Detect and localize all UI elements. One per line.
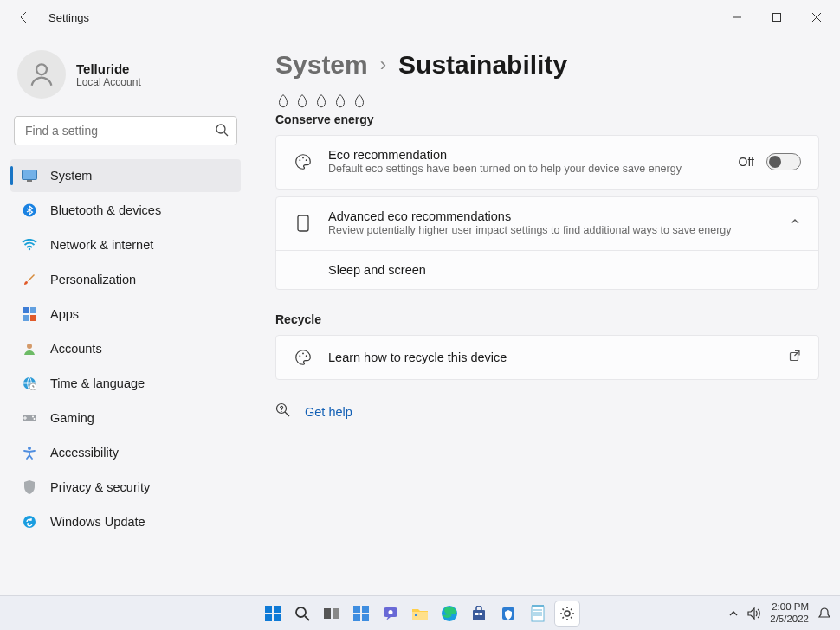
svg-rect-45 xyxy=(412,612,428,620)
eco-rec-toggle[interactable] xyxy=(766,153,801,170)
minimize-button[interactable] xyxy=(717,3,757,31)
svg-point-57 xyxy=(565,611,570,616)
nav-item-bluetooth[interactable]: Bluetooth & devices xyxy=(10,194,241,227)
svg-rect-56 xyxy=(532,605,544,608)
nav-label: Windows Update xyxy=(50,515,145,529)
nav-label: Gaming xyxy=(50,411,94,425)
nav-item-privacy[interactable]: Privacy & security xyxy=(10,471,241,504)
back-button[interactable] xyxy=(10,3,38,31)
chat-button[interactable] xyxy=(378,601,403,626)
widgets-button[interactable] xyxy=(349,601,373,626)
get-help-link[interactable]: Get help xyxy=(305,405,352,419)
svg-rect-10 xyxy=(30,307,36,313)
svg-point-2 xyxy=(36,64,47,74)
sleep-and-screen-row[interactable]: Sleep and screen xyxy=(276,251,818,289)
nav-item-apps[interactable]: Apps xyxy=(10,298,241,331)
nav-label: Time & language xyxy=(50,376,145,390)
nav-item-time[interactable]: Time & language xyxy=(10,367,241,400)
svg-point-27 xyxy=(306,355,307,357)
svg-rect-12 xyxy=(30,315,36,321)
search-icon xyxy=(215,123,229,140)
breadcrumb: System › Sustainability xyxy=(275,50,819,80)
nav-item-accessibility[interactable]: Accessibility xyxy=(10,436,241,469)
search-button[interactable] xyxy=(290,601,314,626)
explorer-button[interactable] xyxy=(408,601,432,626)
nav-label: Bluetooth & devices xyxy=(50,203,161,217)
svg-rect-52 xyxy=(532,607,544,621)
tray-chevron-icon[interactable] xyxy=(728,608,739,619)
store-button[interactable] xyxy=(467,601,491,626)
avatar xyxy=(17,50,66,99)
section-recycle-label: Recycle xyxy=(275,312,819,326)
shield-icon xyxy=(21,480,38,494)
palette-icon xyxy=(294,152,313,171)
svg-rect-39 xyxy=(353,606,360,613)
nav-item-system[interactable]: System xyxy=(10,159,241,192)
breadcrumb-parent[interactable]: System xyxy=(275,50,368,80)
svg-rect-32 xyxy=(274,606,281,613)
svg-point-35 xyxy=(296,608,306,617)
section-conserve-label: Conserve energy xyxy=(275,112,819,126)
settings-button[interactable] xyxy=(555,601,579,626)
svg-point-17 xyxy=(32,416,34,418)
svg-rect-37 xyxy=(324,608,331,619)
svg-rect-33 xyxy=(265,614,272,621)
close-button[interactable] xyxy=(797,3,837,31)
external-link-icon xyxy=(789,350,801,365)
tray-time: 2:00 PM xyxy=(770,601,809,614)
svg-point-21 xyxy=(299,160,300,162)
device-icon xyxy=(294,215,313,232)
start-button[interactable] xyxy=(261,601,285,626)
notepad-button[interactable] xyxy=(526,601,550,626)
account-name: Telluride xyxy=(76,61,141,76)
eco-rec-title: Eco recommendation xyxy=(328,148,739,162)
toggle-state-label: Off xyxy=(739,155,754,169)
svg-rect-31 xyxy=(265,606,272,613)
svg-rect-5 xyxy=(23,170,37,180)
svg-point-26 xyxy=(302,352,304,354)
svg-rect-50 xyxy=(480,613,483,615)
task-view-button[interactable] xyxy=(320,601,344,626)
nav-label: Personalization xyxy=(50,273,136,286)
advanced-eco-row[interactable]: Advanced eco recommendations Review pote… xyxy=(276,197,818,251)
search-input[interactable] xyxy=(14,116,237,145)
svg-rect-6 xyxy=(27,180,32,182)
accessibility-icon xyxy=(21,446,38,460)
svg-rect-9 xyxy=(23,307,29,313)
tray-clock[interactable]: 2:00 PM 2/5/2022 xyxy=(770,601,809,626)
adv-eco-title: Advanced eco recommendations xyxy=(328,209,789,223)
app-security-button[interactable] xyxy=(496,601,520,626)
nav-item-gaming[interactable]: Gaming xyxy=(10,402,241,434)
window-title: Settings xyxy=(48,11,89,24)
chevron-up-icon xyxy=(789,215,801,231)
globe-icon xyxy=(21,376,38,390)
recycle-row[interactable]: Learn how to recycle this device xyxy=(276,336,818,379)
nav-label: System xyxy=(50,169,92,183)
svg-point-30 xyxy=(281,411,281,412)
svg-point-23 xyxy=(306,160,307,162)
adv-eco-desc: Review potentially higher user impact se… xyxy=(328,223,789,238)
svg-line-36 xyxy=(305,616,309,620)
tray-notifications-icon[interactable] xyxy=(817,607,831,620)
svg-rect-42 xyxy=(362,614,369,621)
recycle-title: Learn how to recycle this device xyxy=(328,350,789,364)
svg-rect-38 xyxy=(333,608,339,619)
svg-rect-41 xyxy=(353,614,360,621)
nav-item-network[interactable]: Network & internet xyxy=(10,228,241,261)
svg-line-4 xyxy=(224,132,228,136)
nav-item-update[interactable]: Windows Update xyxy=(10,505,241,538)
gamepad-icon xyxy=(21,413,38,423)
maximize-button[interactable] xyxy=(757,3,797,31)
tray-date: 2/5/2022 xyxy=(770,614,809,626)
display-icon xyxy=(21,170,38,182)
wifi-icon xyxy=(21,239,38,251)
svg-rect-46 xyxy=(415,614,417,616)
svg-rect-40 xyxy=(362,606,369,613)
tray-volume-icon[interactable] xyxy=(747,608,761,620)
edge-button[interactable] xyxy=(437,601,462,626)
palette-icon xyxy=(294,348,313,367)
nav-item-personalization[interactable]: Personalization xyxy=(10,263,241,296)
svg-rect-11 xyxy=(23,315,29,321)
account-block[interactable]: Telluride Local Account xyxy=(10,45,241,111)
nav-item-accounts[interactable]: Accounts xyxy=(10,332,241,365)
